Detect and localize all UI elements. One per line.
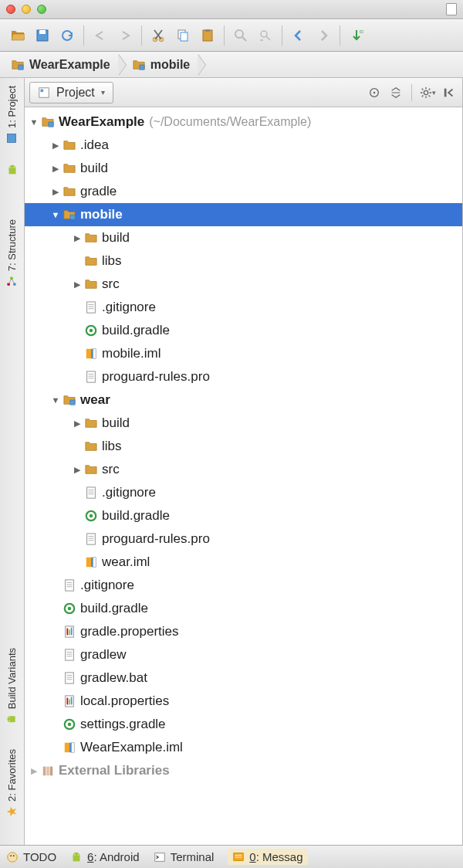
arrow-collapsed-icon[interactable]: ▶ [51,164,60,174]
svg-point-49 [13,855,15,856]
arrow-expanded-icon[interactable]: ▼ [51,395,60,405]
arrow-collapsed-icon[interactable]: ▶ [73,280,82,290]
arrow-collapsed-icon[interactable]: ▶ [73,465,82,475]
tree-row[interactable]: gradlew [25,643,462,666]
tree-row[interactable]: build.gradle [25,504,462,527]
bottom-tab-todo[interactable]: TODO [6,850,56,863]
copy-button[interactable] [173,25,193,46]
tree-row[interactable]: ▶build [25,157,462,180]
bottom-tab-messages[interactable]: 0: Messag [228,849,307,865]
arrow-collapsed-icon[interactable]: ▶ [73,233,82,243]
breadcrumb-item[interactable]: mobile [127,54,198,76]
collapse-all-button[interactable] [387,84,404,101]
tree-label: gradle.properties [80,624,179,639]
tree-row[interactable]: gradlew.bat [25,666,462,690]
sidebar-tab-project[interactable]: 1: Project [6,81,18,148]
save-button[interactable] [32,25,52,46]
hide-button[interactable] [441,84,458,101]
tree-row[interactable]: ▼mobile [25,203,462,226]
arrow-expanded-icon[interactable]: ▼ [51,210,60,219]
lib-icon [40,764,56,778]
scroll-from-source-button[interactable] [366,84,383,101]
bottom-tab-terminal[interactable]: Terminal [154,850,215,863]
sync-button[interactable] [57,25,77,46]
open-button[interactable] [8,25,28,46]
find-button[interactable] [231,25,251,46]
back-button[interactable] [289,25,309,46]
paste-button[interactable] [198,25,218,46]
tree-row[interactable]: libs [25,249,462,273]
svg-point-37 [235,30,243,38]
tree-row[interactable]: ▼WearExample(~/Documents/WearExample) [25,110,462,134]
tree-label: build [102,415,130,431]
tree-row[interactable]: proguard-rules.pro [25,365,462,388]
tree-row[interactable]: ▶src [25,458,462,481]
redo-button[interactable] [115,25,135,46]
tree-row[interactable]: .gitignore [25,296,462,319]
tree-label: build.gradle [102,508,170,524]
tree-row[interactable]: wear.iml [25,551,462,574]
tree-label: gradlew [80,647,127,663]
svg-rect-51 [234,853,243,860]
file-icon [62,578,77,592]
iml-icon [83,555,99,569]
tree-label: src [102,276,120,292]
arrow-collapsed-icon[interactable]: ▶ [51,187,60,197]
tree-label: gradle [80,184,117,199]
undo-button[interactable] [90,25,110,46]
tree-label: build.gradle [80,601,148,616]
tree-row[interactable]: ▶.idea [25,134,462,157]
document-icon [446,3,457,15]
svg-rect-35 [203,30,212,41]
tree-row[interactable]: ▶gradle [25,180,462,203]
arrow-expanded-icon[interactable]: ▼ [29,117,39,127]
tree-row[interactable]: proguard-rules.pro [25,527,462,551]
tree-label: build [102,230,130,246]
cut-button[interactable] [148,25,168,46]
tree-row[interactable]: .gitignore [25,574,462,597]
sidebar-tab-build-variants[interactable]: Build Variants [6,643,18,729]
make-button[interactable]: 01 [346,25,367,46]
tree-row[interactable]: settings.gradle [25,713,462,736]
tree-row[interactable]: ▶External Libraries [25,759,462,782]
folder-icon [83,439,99,453]
tree-row[interactable]: ▶build [25,226,462,249]
forward-button[interactable] [313,25,333,46]
arrow-collapsed-icon[interactable]: ▶ [29,766,39,776]
file-icon [62,648,77,662]
bottom-tab-android[interactable]: 6: Android [70,850,140,863]
minimize-window-button[interactable] [22,5,31,14]
tree-label: .gitignore [102,300,156,315]
svg-rect-36 [205,29,210,32]
tree-row[interactable]: local.properties [25,690,462,713]
breadcrumb-item[interactable]: WearExample [6,54,118,76]
svg-point-48 [10,855,12,856]
project-tree[interactable]: ▼WearExample(~/Documents/WearExample)▶.i… [25,107,462,845]
tree-row[interactable]: mobile.iml [25,342,462,365]
props-icon [62,625,77,639]
tree-row[interactable]: ▼wear [25,388,462,412]
gradle-icon [62,602,77,615]
close-window-button[interactable] [6,5,15,14]
sidebar-tab-structure[interactable]: 7: Structure [6,215,18,291]
tree-row[interactable]: ▶src [25,273,462,296]
view-mode-select[interactable]: Project ▾ [29,82,113,103]
svg-rect-34 [181,32,188,41]
zoom-window-button[interactable] [37,5,46,14]
tree-row[interactable]: ▶build [25,412,462,435]
tree-row[interactable]: WearExample.iml [25,736,462,759]
sidebar-tab-favorites[interactable]: 2: Favorites [6,744,18,822]
tree-row[interactable]: .gitignore [25,481,462,504]
tree-row[interactable]: gradle.properties [25,620,462,643]
arrow-collapsed-icon[interactable]: ▶ [51,141,60,151]
tree-row[interactable]: build.gradle [25,319,462,342]
svg-text:01: 01 [360,29,363,34]
tree-row[interactable]: libs [25,435,462,458]
settings-button[interactable]: ▾ [419,84,436,101]
arrow-collapsed-icon[interactable]: ▶ [73,419,82,429]
tree-path: (~/Documents/WearExample) [149,115,311,129]
replace-button[interactable] [255,25,275,46]
file-icon [83,486,99,500]
tree-row[interactable]: build.gradle [25,597,462,620]
file-icon [83,370,99,384]
